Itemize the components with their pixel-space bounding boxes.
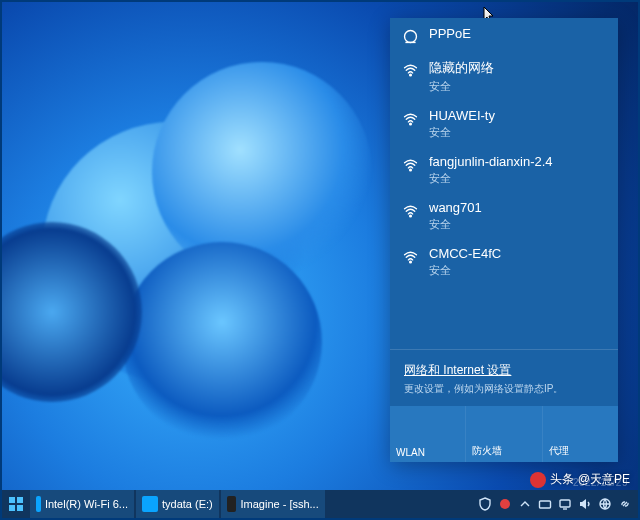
quick-action-tiles: WLAN 防火墙 代理 <box>390 406 618 462</box>
network-security: 安全 <box>429 125 495 140</box>
svg-rect-8 <box>17 497 23 503</box>
desktop-screen: PPPoE 隐藏的网络 安全 HUAWEI-ty 安全 <box>0 0 640 520</box>
network-flyout: PPPoE 隐藏的网络 安全 HUAWEI-ty 安全 <box>390 18 618 462</box>
svg-rect-13 <box>560 500 570 507</box>
network-item-cmcc[interactable]: CMCC-E4fC 安全 <box>390 238 618 284</box>
svg-rect-10 <box>17 505 23 511</box>
svg-rect-9 <box>9 505 15 511</box>
tile-firewall[interactable]: 防火墙 <box>466 406 542 462</box>
tray-keyboard-icon[interactable] <box>538 497 552 511</box>
network-security: 安全 <box>429 79 494 94</box>
wallpaper-shape <box>122 242 322 442</box>
taskbar-app-label: tydata (E:) <box>162 498 213 510</box>
wifi-icon <box>402 156 419 173</box>
tray-link-icon[interactable] <box>618 497 632 511</box>
app-icon <box>142 496 158 512</box>
svg-point-6 <box>410 261 412 263</box>
network-security: 安全 <box>429 263 501 278</box>
tray-record-icon[interactable] <box>498 497 512 511</box>
network-name: fangjunlin-dianxin-2.4 <box>429 154 553 169</box>
start-button[interactable] <box>2 490 30 518</box>
avatar-icon <box>530 472 546 488</box>
tray-shield-icon[interactable] <box>478 497 492 511</box>
network-security: 安全 <box>429 171 553 186</box>
network-name: PPPoE <box>429 26 471 41</box>
wifi-icon <box>402 202 419 219</box>
network-settings-block: 网络和 Internet 设置 更改设置，例如为网络设置静态IP。 <box>390 356 618 400</box>
tray-network-icon[interactable] <box>598 497 612 511</box>
svg-rect-7 <box>9 497 15 503</box>
svg-point-3 <box>410 123 412 125</box>
network-settings-sub: 更改设置，例如为网络设置静态IP。 <box>404 382 604 396</box>
tile-proxy[interactable]: 代理 <box>543 406 618 462</box>
network-item-huawei[interactable]: HUAWEI-ty 安全 <box>390 100 618 146</box>
tile-label: WLAN <box>396 447 425 458</box>
taskbar-app-label: Imagine - [ssh... <box>240 498 318 510</box>
tile-label: 防火墙 <box>472 444 502 458</box>
app-icon <box>227 496 237 512</box>
taskbar-app-imagine[interactable]: Imagine - [ssh... <box>221 490 325 518</box>
tile-label: 代理 <box>549 444 569 458</box>
network-item-pppoe[interactable]: PPPoE <box>390 18 618 51</box>
wifi-icon <box>402 248 419 265</box>
svg-point-0 <box>405 31 417 43</box>
credit-prefix: 头条 <box>550 471 574 488</box>
app-icon <box>36 496 41 512</box>
divider <box>390 349 618 350</box>
network-item-fangjunlin[interactable]: fangjunlin-dianxin-2.4 安全 <box>390 146 618 192</box>
dialup-icon <box>402 28 419 45</box>
network-item-hidden[interactable]: 隐藏的网络 安全 <box>390 51 618 100</box>
taskbar: Intel(R) Wi-Fi 6... tydata (E:) Imagine … <box>2 490 638 518</box>
svg-rect-12 <box>540 501 551 508</box>
tray-chevron-up-icon[interactable] <box>518 497 532 511</box>
start-icon <box>8 496 24 512</box>
svg-point-4 <box>410 169 412 171</box>
network-name: HUAWEI-ty <box>429 108 495 123</box>
network-settings-link[interactable]: 网络和 Internet 设置 <box>404 362 604 379</box>
network-name: 隐藏的网络 <box>429 59 494 77</box>
taskbar-app-label: Intel(R) Wi-Fi 6... <box>45 498 128 510</box>
wifi-icon <box>402 61 419 78</box>
network-name: wang701 <box>429 200 482 215</box>
svg-point-5 <box>410 215 412 217</box>
taskbar-app-tydata[interactable]: tydata (E:) <box>136 490 219 518</box>
tray-volume-icon[interactable] <box>578 497 592 511</box>
tile-wlan[interactable]: WLAN <box>390 406 466 462</box>
network-security: 安全 <box>429 217 482 232</box>
network-item-wang701[interactable]: wang701 安全 <box>390 192 618 238</box>
network-name: CMCC-E4fC <box>429 246 501 261</box>
svg-point-11 <box>500 499 510 509</box>
date-watermark: 2022/11/29 <box>573 477 628 488</box>
wifi-icon <box>402 110 419 127</box>
svg-point-2 <box>410 74 412 76</box>
tray-monitor-icon[interactable] <box>558 497 572 511</box>
network-list: PPPoE 隐藏的网络 安全 HUAWEI-ty 安全 <box>390 18 618 349</box>
taskbar-app-wifi[interactable]: Intel(R) Wi-Fi 6... <box>30 490 134 518</box>
system-tray <box>472 490 638 518</box>
